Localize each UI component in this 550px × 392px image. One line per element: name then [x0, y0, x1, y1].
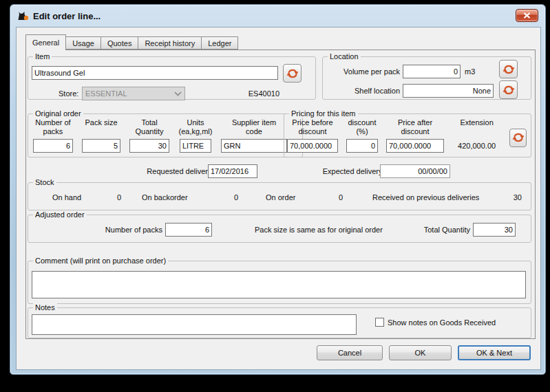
delivery-dates-row: Requested delivery date Expected deliver…: [26, 164, 535, 179]
on-hand-label: On hand: [52, 193, 90, 202]
adjusted-order-group: Adjusted order Number of packs Pack size…: [28, 215, 531, 243]
units-header: Units (ea,kg,ml): [179, 118, 213, 138]
location-group-label: Location: [328, 52, 361, 61]
received-previous-deliveries-value: 30: [483, 193, 522, 202]
original-order-group: Original order Number of packs Pack size…: [28, 113, 303, 157]
on-order-value: 0: [304, 193, 343, 202]
item-group: Item Store: ESSENTIAL: [28, 56, 316, 100]
window-title: Edit order line...: [33, 11, 101, 21]
supplier-item-code-input[interactable]: [221, 139, 287, 153]
adjusted-total-label: Total Quantity: [424, 226, 470, 234]
total-quantity-input[interactable]: [129, 139, 169, 153]
adjusted-packs-label: Number of packs: [94, 226, 162, 234]
stock-group: Stock On hand 0 On backorder 0 On order …: [28, 182, 531, 210]
cancel-button[interactable]: Cancel: [317, 345, 383, 360]
titlebar[interactable]: Edit order line...: [10, 5, 545, 27]
store-dropdown[interactable]: ESSENTIAL: [82, 87, 185, 100]
tab-ledger[interactable]: Ledger: [202, 36, 238, 50]
pricing-refresh-button[interactable]: [509, 129, 527, 147]
units-input[interactable]: [180, 139, 211, 153]
comment-group-label: Comment (will print on purchase order): [33, 257, 168, 265]
price-before-discount-input[interactable]: [287, 139, 338, 153]
volume-per-pack-input[interactable]: [403, 65, 461, 78]
on-order-label: On order: [266, 193, 304, 202]
stock-row: On hand 0 On backorder 0 On order 0 Rece…: [52, 193, 522, 202]
location-group: Location Volume per pack m3 Shelf locati…: [322, 56, 531, 100]
comment-group: Comment (will print on purchase order): [28, 261, 531, 304]
total-quantity-header: Total Quantity: [136, 118, 164, 138]
comment-textarea[interactable]: [32, 271, 526, 298]
refresh-icon: [503, 63, 515, 76]
volume-unit-label: m3: [465, 67, 475, 76]
refresh-icon: [503, 84, 515, 96]
number-of-packs-header: Number of packs: [35, 118, 70, 138]
refresh-icon: [286, 67, 299, 80]
show-notes-checkbox-label: Show notes on Goods Received: [388, 318, 496, 327]
notes-group: Notes Show notes on Goods Received: [28, 307, 531, 338]
store-dropdown-value: ESSENTIAL: [85, 89, 127, 98]
price-before-discount-header: Price before discount: [292, 118, 332, 138]
pack-size-header: Pack size: [85, 118, 117, 138]
item-refresh-button[interactable]: [283, 64, 302, 83]
shelf-refresh-button[interactable]: [499, 80, 518, 99]
extension-value: 420,000.00: [458, 142, 496, 150]
dialog-client-area: General Usage Quotes Receipt history Led…: [16, 27, 541, 370]
on-hand-value: 0: [90, 193, 121, 202]
notes-textarea[interactable]: [32, 314, 357, 335]
store-label: Store:: [59, 89, 78, 98]
tab-quotes[interactable]: Quotes: [101, 36, 138, 50]
item-code-text: ES40010: [231, 89, 279, 98]
pricing-group: Pricing for this item Price before disco…: [284, 113, 531, 157]
ok-button[interactable]: OK: [389, 345, 452, 360]
volume-per-pack-label: Volume per pack: [332, 67, 400, 76]
on-backorder-value: 0: [200, 193, 238, 202]
on-backorder-label: On backorder: [142, 193, 200, 202]
adjusted-order-group-label: Adjusted order: [33, 210, 87, 219]
received-previous-deliveries-label: Received on previous deliveries: [372, 193, 483, 202]
tab-general[interactable]: General: [25, 34, 66, 50]
price-after-discount-input[interactable]: [386, 139, 444, 153]
requested-delivery-date-input[interactable]: [208, 164, 257, 178]
expected-delivery-date-input[interactable]: [380, 164, 450, 178]
discount-input[interactable]: [346, 139, 378, 153]
number-of-packs-input[interactable]: [33, 139, 73, 153]
tab-receipt-history[interactable]: Receipt history: [138, 36, 202, 50]
close-icon: [523, 12, 531, 19]
tab-usage[interactable]: Usage: [66, 36, 101, 50]
close-button[interactable]: [516, 9, 538, 22]
general-tab-panel: Item Store: ESSENTIAL: [25, 50, 536, 339]
shelf-location-input[interactable]: [403, 84, 494, 98]
discount-header: discount (%): [348, 118, 377, 138]
shelf-location-label: Shelf location: [332, 87, 400, 95]
volume-refresh-button[interactable]: [499, 60, 518, 78]
pack-size-input[interactable]: [82, 139, 120, 153]
stock-group-label: Stock: [33, 178, 56, 186]
show-notes-checkbox[interactable]: [375, 318, 384, 327]
edit-order-line-dialog: Edit order line... General Usage Quotes …: [10, 4, 546, 375]
pricing-group-label: Pricing for this item: [289, 109, 358, 118]
supplier-item-code-header: Supplier item code: [232, 118, 276, 138]
original-order-group-label: Original order: [33, 109, 83, 118]
chevron-down-icon: [174, 91, 182, 96]
pack-size-same-note: Pack size is same as for original order: [255, 226, 383, 234]
tab-bar: General Usage Quotes Receipt history Led…: [25, 34, 238, 50]
item-name-input[interactable]: [32, 66, 278, 80]
adjusted-packs-input[interactable]: [165, 223, 212, 237]
adjusted-total-input[interactable]: [473, 223, 516, 237]
ok-next-button[interactable]: OK & Next: [458, 345, 531, 360]
refresh-icon: [512, 131, 525, 144]
item-group-label: Item: [33, 52, 52, 61]
extension-header: Extension: [460, 118, 493, 138]
app-icon: [17, 10, 29, 21]
adjusted-order-row: Number of packs Pack size is same as for…: [28, 223, 531, 237]
button-bar: Cancel OK OK & Next: [317, 345, 531, 360]
notes-group-label: Notes: [33, 303, 57, 312]
price-after-discount-header: Price after discount: [398, 118, 432, 138]
